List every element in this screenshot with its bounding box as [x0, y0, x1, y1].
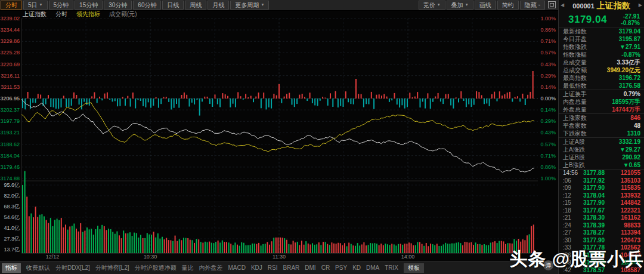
quote-field-row: 总成交量3.33亿手 [559, 59, 644, 66]
tick-time: :24 [563, 222, 583, 230]
indicator-item-TRIX[interactable]: TRIX [385, 264, 398, 271]
period-tab-分时[interactable]: 分时 [1, 1, 22, 10]
legend-item-领先指标[interactable]: 领先指标 [76, 11, 100, 18]
price-block: 3179.04 -27.91 -0.87% [559, 12, 644, 27]
quote-panel-header: ◀ 000001 上证指数 ▶ [559, 0, 644, 12]
legend-item-成交额(元)[interactable]: 成交额(元) [109, 11, 137, 18]
quote-field-row: 最低指数3176.58 [559, 82, 644, 90]
period-tabs: 分时5日▼5分钟15分钟30分钟60分钟日线周线月线更多周期▼ [1, 1, 270, 10]
indicator-item-收费默认[interactable]: 收费默认 [26, 264, 50, 272]
template-button[interactable]: 模板 [404, 263, 424, 273]
period-tab-日线[interactable]: 日线 [162, 1, 184, 10]
indicator-item-分时DDX[L2][interactable]: 分时DDX[L2] [55, 264, 90, 272]
price-axis-label: 3184.04 [0, 153, 20, 159]
period-tab-更多周期[interactable]: 更多周期▼ [230, 1, 269, 10]
price-axis-label: 3174.88 [0, 176, 20, 181]
fullscreen-icon[interactable] [548, 1, 556, 8]
volume-axis-label: 41.0亿 [0, 225, 20, 231]
tick-time: 14:56 [563, 170, 583, 177]
next-stock-arrow-icon[interactable]: ▶ [639, 2, 642, 8]
field-value: 48 [634, 122, 640, 130]
tick-price: 3178.04 [583, 192, 605, 200]
tool-button-叠加[interactable]: 叠加▼ [447, 1, 473, 10]
change-percent: -0.87% [621, 20, 640, 26]
field-label: 平盘家数 [563, 122, 587, 130]
tick-row: :303177.90120473 [559, 237, 644, 245]
price-axis-label: 3225.28 [0, 50, 20, 56]
period-tab-月线[interactable]: 月线 [208, 1, 229, 10]
price-axis-label: 3216.11 [0, 73, 20, 79]
tick-volume: 144842 [609, 199, 640, 207]
indicator-item-DMI[interactable]: DMI [305, 264, 315, 271]
tick-volume: 120473 [609, 237, 640, 245]
period-tab-5日[interactable]: 5日▼ [23, 1, 48, 10]
price-axis-label: 3179.46 [0, 164, 20, 170]
quote-field-row: 总成交额3949.20亿元 [559, 66, 644, 74]
legend-item-分时[interactable]: 分时 [55, 11, 67, 18]
period-tab-周线[interactable]: 周线 [185, 1, 206, 10]
price-axis-label: 3193.21 [0, 130, 20, 136]
field-value: 3176.58 [619, 82, 640, 90]
indicator-item-MACD[interactable]: MACD [228, 264, 245, 271]
tool-button-竞价[interactable]: 竞价▼ [419, 1, 445, 10]
field-label: 指数涨跌 [563, 43, 587, 51]
indicator-item-PSY[interactable]: PSY [335, 264, 347, 271]
price-axis-label: 3220.69 [0, 61, 20, 67]
tick-time: :27 [563, 229, 583, 237]
tick-price: 3178.30 [583, 214, 605, 222]
period-tab-60分钟[interactable]: 60分钟 [133, 1, 161, 10]
price-axis-label: 3234.44 [0, 27, 20, 33]
quote-field-row: 上A涨跌▼29.27 [559, 146, 644, 153]
indicator-item-量比[interactable]: 量比 [181, 264, 193, 272]
quote-panel: ◀ 000001 上证指数 ▶ 3179.04 -27.91 -0.87% 最新… [558, 0, 644, 274]
time-axis-label: 10:30 [144, 254, 157, 260]
quote-field-row: 指数涨幅-0.87% [559, 51, 644, 59]
tool-button-画线[interactable]: 画线 [475, 1, 496, 10]
legend-item-上证指数[interactable]: 上证指数 [23, 11, 47, 18]
indicator-item-KDJ[interactable]: KDJ [251, 264, 262, 271]
field-label: 总成交量 [563, 59, 587, 66]
chevron-down-icon: ▼ [437, 1, 441, 9]
indicator-item-BRAR[interactable]: BRAR [283, 264, 300, 271]
field-label: 内盘总量 [563, 98, 587, 106]
field-value: 3195.87 [619, 35, 640, 43]
tick-volume: 121055 [609, 170, 640, 177]
indicator-item-RSI[interactable]: RSI [268, 264, 278, 271]
field-label: 上证B股 [563, 153, 585, 161]
prev-stock-arrow-icon[interactable]: ◀ [561, 2, 564, 8]
period-tab-30分钟[interactable]: 30分钟 [104, 1, 132, 10]
tool-button-简约[interactable]: 简约 [497, 1, 519, 10]
tick-time: :30 [563, 237, 583, 245]
volume-axis-label: 27.3亿 [0, 236, 20, 242]
stock-code: 000001 [572, 2, 595, 10]
indicator-item-分时沪股通净额[interactable]: 分时沪股通净额 [134, 264, 176, 272]
timeshare-chart[interactable] [21, 18, 539, 254]
tick-time: :15 [563, 199, 583, 207]
field-value: 290.92 [622, 153, 640, 161]
indicator-item-KD[interactable]: KD [352, 264, 361, 271]
field-label: 总成交额 [563, 66, 587, 74]
field-label: 指数涨幅 [563, 51, 587, 59]
field-label: 上B涨跌 [563, 161, 585, 169]
tick-row: :123178.04133932 [559, 192, 644, 200]
quote-field-row: 下跌家数1310 [559, 130, 644, 137]
period-tab-5分钟[interactable]: 5分钟 [49, 1, 74, 10]
tick-row: :273178.27113394 [559, 229, 644, 237]
price-axis-label: 3202.37 [0, 107, 20, 113]
indicator-lead-button[interactable]: 指标 [2, 263, 21, 273]
tick-time: :21 [563, 214, 583, 222]
indicator-item-CR[interactable]: CR [321, 264, 330, 271]
volume-axis-label: 54.6亿 [0, 214, 20, 220]
volume-axis-label: 82.0亿 [0, 193, 20, 199]
indicator-item-内外盘差[interactable]: 内外盘差 [199, 264, 222, 272]
period-tab-15分钟[interactable]: 15分钟 [75, 1, 103, 10]
tool-button-隐藏[interactable]: 隐藏» [520, 1, 545, 10]
chevron-down-icon: ▼ [39, 1, 43, 9]
chevron-down-icon: ▼ [465, 1, 469, 9]
field-value: 3949.20亿元 [607, 66, 640, 74]
indicator-item-DMA[interactable]: DMA [366, 264, 379, 271]
indicator-item-分时博弈[L2][interactable]: 分时博弈[L2] [95, 264, 129, 272]
top-toolbar: 分时5日▼5分钟15分钟30分钟60分钟日线周线月线更多周期▼ 竞价▼叠加▼画线… [0, 0, 558, 11]
quote-field-row: 上证A股3332.19 [559, 138, 644, 146]
tick-time: :06 [563, 177, 583, 185]
